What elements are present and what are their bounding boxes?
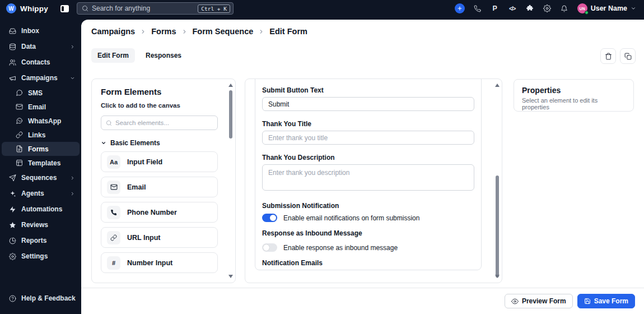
element-card-phone-number[interactable]: Phone Number (101, 202, 218, 223)
preview-form-button[interactable]: Preview Form (505, 294, 573, 308)
avatar-initials: UN (580, 7, 585, 11)
thank-you-title-input[interactable] (262, 131, 474, 145)
notification-emails-label: Notification Emails (262, 259, 474, 267)
sidebar-item-agents[interactable]: Agents (2, 186, 80, 201)
sparkles-icon (9, 190, 16, 197)
chevron-right-icon (70, 191, 75, 196)
whippy-logo-icon: W (6, 3, 16, 13)
forms-document-icon (16, 145, 23, 153)
create-new-button[interactable] (455, 3, 465, 13)
search-elements-input[interactable]: Search elements... (101, 116, 218, 130)
sidebar-item-links[interactable]: Links (2, 128, 80, 142)
notification-emails-input[interactable] (262, 270, 455, 270)
sidebar-item-label: Inbox (21, 27, 75, 35)
sidebar-item-whatsapp[interactable]: WhatsApp (2, 114, 80, 128)
contacts-icon (9, 59, 16, 66)
avatar: UN (577, 3, 587, 13)
submit-button-text-input[interactable] (262, 97, 474, 111)
sidebar-item-automations[interactable]: Automations (2, 201, 80, 217)
scroll-down-arrow[interactable] (228, 275, 233, 278)
form-elements-panel: Form Elements Click to add to the canvas… (91, 78, 236, 283)
preview-form-label: Preview Form (522, 297, 566, 305)
integrations-icon[interactable] (525, 4, 534, 13)
element-card-number-input[interactable]: # Number Input (101, 252, 218, 273)
add-email-button[interactable]: + (459, 270, 474, 270)
sidebar-item-label: Email (28, 103, 75, 111)
eye-icon (511, 298, 519, 305)
sidebar-item-templates[interactable]: Templates (2, 156, 80, 170)
tab-edit-form[interactable]: Edit Form (91, 48, 135, 63)
element-card-input-field[interactable]: Aa Input Field (101, 151, 218, 172)
topbar: W Whippy Search for anything Ctrl + K P … (0, 0, 644, 17)
chevron-down-icon (70, 76, 75, 81)
scrollbar-thumb[interactable] (229, 90, 232, 138)
duplicate-form-button[interactable] (620, 48, 636, 64)
search-elements-placeholder: Search elements... (115, 119, 169, 126)
breadcrumb-edit-form[interactable]: Edit Form (269, 27, 307, 36)
sidebar-item-reports[interactable]: Reports (2, 233, 80, 248)
properties-title: Properties (522, 86, 626, 95)
sidebar-item-contacts[interactable]: Contacts (2, 54, 80, 70)
response-inbound-toggle[interactable] (262, 243, 277, 252)
sidebar-item-settings[interactable]: Settings (2, 248, 80, 264)
element-label: Number Input (127, 259, 172, 267)
sidebar-item-label: Reviews (21, 221, 75, 229)
section-label: Basic Elements (110, 139, 160, 147)
lightning-bolt-icon (9, 206, 16, 213)
scrollbar-thumb[interactable] (496, 176, 499, 278)
submission-notification-toggle[interactable] (262, 214, 277, 222)
calls-icon[interactable] (473, 4, 482, 13)
tab-responses[interactable]: Responses (139, 48, 188, 63)
element-label: Input Field (127, 158, 162, 166)
sidebar-item-data[interactable]: Data (2, 39, 80, 54)
chevron-down-icon (101, 140, 106, 146)
scroll-down-arrow[interactable] (495, 275, 500, 278)
notifications-bell-icon[interactable] (560, 4, 569, 13)
form-settings-card: Submit Button Text Thank You Title Thank… (255, 78, 482, 270)
breadcrumb-forms[interactable]: Forms (151, 27, 176, 36)
gear-icon[interactable] (543, 4, 552, 13)
sidebar-item-sms[interactable]: SMS (2, 86, 80, 100)
sidebar-toggle-icon[interactable] (60, 5, 69, 12)
sidebar-item-label: SMS (28, 89, 75, 97)
link-icon (16, 131, 23, 138)
elements-panel-scrollbar[interactable] (227, 81, 234, 280)
save-form-button[interactable]: Save Form (577, 294, 635, 308)
search-icon (82, 5, 88, 12)
input-field-icon: Aa (107, 155, 120, 169)
scroll-up-arrow[interactable] (495, 84, 500, 87)
properties-subtitle: Select an element to edit its properties (522, 97, 626, 110)
sidebar-item-reviews[interactable]: Reviews (2, 217, 80, 233)
sidebar-item-inbox[interactable]: Inbox (2, 23, 80, 39)
settings-panel-scrollbar[interactable] (494, 81, 501, 280)
delete-form-button[interactable] (600, 48, 616, 64)
sidebar-item-campaigns[interactable]: Campaigns (2, 70, 80, 86)
element-card-email[interactable]: Email (101, 177, 218, 197)
payments-icon[interactable]: P (491, 4, 500, 13)
user-name: User Name (591, 4, 627, 12)
sidebar-item-forms[interactable]: Forms (2, 142, 80, 156)
pie-chart-icon (9, 237, 16, 244)
help-circle-icon (9, 295, 16, 302)
user-menu[interactable]: UN User Name (577, 3, 636, 13)
whatsapp-icon (16, 117, 23, 124)
thank-you-description-label: Thank You Description (262, 154, 474, 161)
thank-you-description-textarea[interactable] (262, 164, 474, 191)
sidebar-item-email[interactable]: Email (2, 100, 80, 114)
element-card-url-input[interactable]: URL Input (101, 227, 218, 248)
form-elements-title: Form Elements (101, 87, 226, 96)
scroll-up-arrow[interactable] (228, 84, 233, 87)
phone-icon (107, 206, 120, 219)
main-content: Campaigns Forms Form Sequence Edit Form … (81, 20, 644, 314)
global-search-input[interactable]: Search for anything Ctrl + K (77, 2, 234, 15)
sidebar-item-sequences[interactable]: Sequences (2, 170, 80, 186)
link-icon (107, 231, 120, 244)
breadcrumb-campaigns[interactable]: Campaigns (91, 27, 135, 36)
breadcrumb-form-sequence[interactable]: Form Sequence (193, 27, 254, 36)
email-icon (16, 103, 23, 110)
developer-icon[interactable]: </> (508, 4, 517, 13)
form-settings-panel: Submit Button Text Thank You Title Thank… (245, 78, 502, 283)
save-floppy-icon (584, 298, 591, 304)
basic-elements-section-header[interactable]: Basic Elements (101, 139, 226, 147)
sidebar-item-help-feedback[interactable]: Help & Feedback (2, 290, 80, 306)
